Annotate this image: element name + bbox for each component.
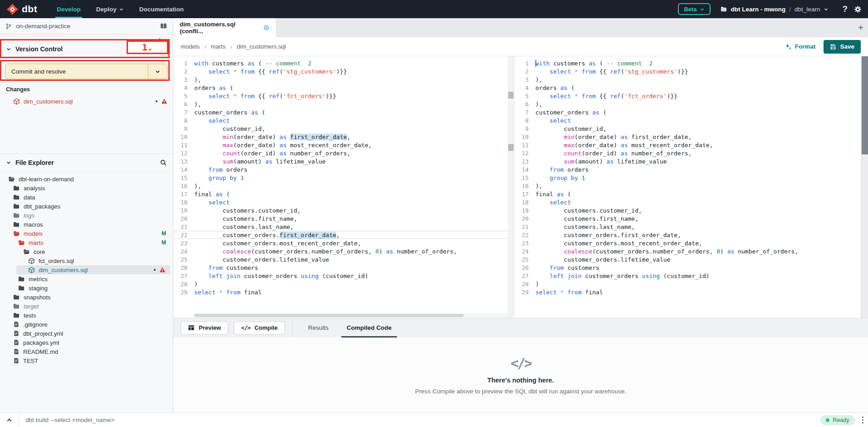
code-line-4[interactable]: 4orders as ( [173, 84, 514, 92]
tree-item-test[interactable]: TEST [0, 356, 173, 365]
tree-item-logs[interactable]: logs [0, 211, 173, 220]
tree-item-readme-md[interactable]: README.md [0, 347, 173, 356]
code-line-3[interactable]: 3), [515, 75, 861, 84]
tree-item-dbt-learn-on-demand[interactable]: dbt-learn-on-demand [0, 174, 173, 184]
code-line-5[interactable]: 5 select * from {{ ref('fct_orders')}} [173, 92, 514, 100]
code-line-19[interactable]: 19 customers.customer_id, [515, 206, 861, 214]
code-line-16[interactable]: 16), [173, 182, 514, 190]
tree-item-staging[interactable]: staging [0, 283, 173, 293]
tab-results[interactable]: Results [299, 318, 338, 338]
dbt-logo[interactable]: dbt [0, 3, 49, 15]
code-line-10[interactable]: 10 min(order_date) as first_order_date, [515, 133, 861, 141]
save-button[interactable]: Save [824, 40, 861, 54]
breadcrumb-file[interactable]: dim_customers.sql [237, 43, 286, 50]
format-button[interactable]: Format [785, 43, 816, 50]
code-line-20[interactable]: 20 customers.first_name, [173, 214, 514, 223]
code-line-19[interactable]: 19 customers.customer_id, [173, 206, 514, 214]
tree-item-metrics[interactable]: metrics [0, 274, 173, 283]
code-line-23[interactable]: 23 customer_orders.most_recent_order_dat… [515, 239, 861, 247]
code-line-6[interactable]: 6), [515, 100, 861, 108]
tree-item-models[interactable]: modelsM [0, 229, 173, 238]
code-line-29[interactable]: 29select * from final [515, 288, 861, 296]
git-branch-row[interactable]: on-demand-practice [0, 18, 173, 35]
tree-item-core[interactable]: core [0, 247, 173, 256]
tree-item-dbt-packages[interactable]: dbt_packages [0, 202, 173, 211]
help-button[interactable]: ? [838, 4, 852, 14]
code-line-5[interactable]: 5 select * from {{ ref('fct_orders')}} [515, 92, 861, 100]
code-line-11[interactable]: 11 max(order_date) as most_recent_order_… [515, 141, 861, 149]
code-line-10[interactable]: 10 min(order_date) as first_order_date, [173, 133, 514, 141]
settings-gear-button[interactable] [852, 5, 868, 13]
chevron-up-icon[interactable] [0, 417, 19, 423]
preview-button[interactable]: Preview [181, 321, 228, 335]
code-line-26[interactable]: 26 from customers [173, 263, 514, 272]
code-line-4[interactable]: 4orders as ( [515, 84, 861, 92]
code-line-24[interactable]: 24 coalesce(customer_orders.number_of_or… [173, 247, 514, 255]
tree-item-dbt-project-yml[interactable]: dbt_project.yml [0, 329, 173, 338]
beta-toggle[interactable]: Beta [678, 3, 710, 15]
version-control-header[interactable]: Version Control [0, 40, 173, 58]
code-line-1[interactable]: 1with customers as ( -- comment 2 [173, 59, 514, 67]
nav-develop[interactable]: Develop [49, 0, 88, 18]
code-line-14[interactable]: 14 from orders [515, 165, 861, 174]
code-line-29[interactable]: 29select * from final [173, 288, 514, 296]
code-line-26[interactable]: 26 from customers [515, 263, 861, 272]
commit-and-resolve-split-button[interactable]: Commit and resolve [5, 64, 167, 79]
code-line-3[interactable]: 3), [173, 75, 514, 84]
code-line-11[interactable]: 11 max(order_date) as most_recent_order_… [173, 141, 514, 149]
tab-dim-customers[interactable]: dim_customers.sql (confli... [173, 18, 276, 37]
code-line-17[interactable]: 17final as ( [173, 190, 514, 198]
tree-item-marts[interactable]: martsM [0, 238, 173, 247]
scrollbar-thumb[interactable] [508, 92, 514, 99]
tree-item-tests[interactable]: tests [0, 311, 173, 320]
code-line-22[interactable]: 22 customer_orders.first_order_date, [173, 231, 514, 239]
code-line-25[interactable]: 25 customer_orders.lifetime_value [173, 255, 514, 263]
left-pane-scrollbar[interactable] [508, 56, 514, 318]
scrollbar-thumb[interactable] [862, 56, 868, 154]
code-line-2[interactable]: 2 select * from {{ ref('stg_customers')}… [515, 67, 861, 75]
code-line-12[interactable]: 12 count(order_id) as number_of_orders, [515, 149, 861, 157]
code-line-20[interactable]: 20 customers.first_name, [515, 214, 861, 223]
scrollbar-thumb[interactable] [508, 144, 514, 151]
tree-item-macros[interactable]: macros [0, 220, 173, 229]
code-line-28[interactable]: 28) [173, 280, 514, 288]
code-line-2[interactable]: 2 select * from {{ ref('stg_customers')}… [173, 67, 514, 75]
right-pane-scrollbar[interactable] [861, 56, 868, 318]
code-line-25[interactable]: 25 customer_orders.lifetime_value [515, 255, 861, 263]
code-line-8[interactable]: 8 select [173, 116, 514, 124]
compile-button[interactable]: </> Compile [234, 321, 285, 335]
code-line-17[interactable]: 17final as ( [515, 190, 861, 198]
code-line-13[interactable]: 13 sum(amount) as lifetime_value [515, 157, 861, 165]
new-tab-button[interactable]: + [858, 18, 863, 37]
code-line-15[interactable]: 15 group by 1 [173, 174, 514, 182]
account-project-switcher[interactable]: dbt Learn - mwong / dbt_learn [721, 6, 829, 13]
code-line-27[interactable]: 27 left join customer_orders using (cust… [515, 272, 861, 280]
code-line-15[interactable]: 15 group by 1 [515, 174, 861, 182]
nav-documentation[interactable]: Documentation [132, 0, 191, 18]
code-line-21[interactable]: 21 customers.last_name, [173, 223, 514, 231]
code-line-27[interactable]: 27 left join customer_orders using (cust… [173, 272, 514, 280]
tree-item--gitignore[interactable]: .gitignore [0, 320, 173, 329]
code-line-28[interactable]: 28) [515, 280, 861, 288]
code-line-9[interactable]: 9 customer_id, [515, 124, 861, 133]
left-pane-hscrollbar[interactable] [194, 313, 508, 318]
code-line-22[interactable]: 22 customer_orders.first_order_date, [515, 231, 861, 239]
commit-and-resolve-button[interactable]: Commit and resolve [5, 64, 148, 79]
commit-options-dropdown[interactable] [148, 64, 167, 79]
command-input[interactable]: dbt build --select <model_name> [19, 417, 820, 423]
code-line-13[interactable]: 13 sum(amount) as lifetime_value [173, 157, 514, 165]
breadcrumb-marts[interactable]: marts [211, 43, 226, 50]
tree-item-data[interactable]: data [0, 193, 173, 202]
tree-item-snapshots[interactable]: snapshots [0, 293, 173, 302]
code-line-18[interactable]: 18 select [515, 198, 861, 206]
code-line-1[interactable]: 1with customers as ( -- comment 2 [515, 59, 861, 67]
tree-item-fct-orders-sql[interactable]: fct_orders.sql [0, 256, 173, 265]
search-icon[interactable] [160, 159, 167, 166]
code-line-23[interactable]: 23 customer_orders.most_recent_order_dat… [173, 239, 514, 247]
tree-item-dim-customers-sql[interactable]: dim_customers.sql [16, 265, 170, 274]
code-line-9[interactable]: 9 customer_id, [173, 124, 514, 133]
code-line-21[interactable]: 21 customers.last_name, [515, 223, 861, 231]
docs-book-icon[interactable] [160, 22, 167, 30]
code-line-12[interactable]: 12 count(order_id) as number_of_orders, [173, 149, 514, 157]
code-line-24[interactable]: 24 coalesce(customer_orders.number_of_or… [515, 247, 861, 255]
